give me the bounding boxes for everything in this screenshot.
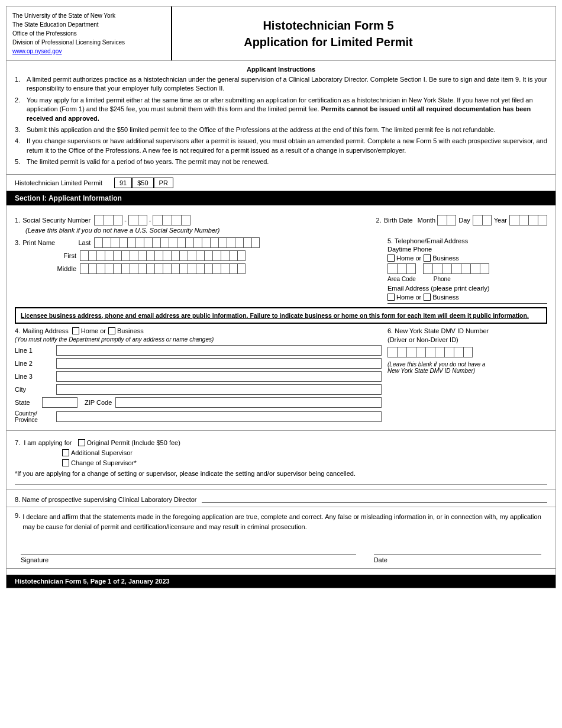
dmv-9[interactable] [463, 347, 473, 357]
ssn-box-8[interactable] [172, 215, 181, 226]
ln-20[interactable] [251, 237, 260, 248]
mn-4[interactable] [105, 263, 113, 274]
month-box-1[interactable] [437, 215, 447, 226]
city-input[interactable] [56, 384, 382, 395]
ln-17[interactable] [227, 237, 235, 248]
ssn-box-9[interactable] [181, 215, 190, 226]
date-line[interactable] [374, 543, 541, 555]
fn-4[interactable] [105, 250, 113, 261]
ph-5[interactable] [461, 263, 470, 274]
mn-15[interactable] [196, 263, 204, 274]
mailing-business-checkbox[interactable] [108, 327, 115, 334]
fn-16[interactable] [204, 250, 212, 261]
year-box-4[interactable] [538, 215, 547, 226]
dmv-1[interactable] [387, 347, 397, 357]
mn-17[interactable] [212, 263, 221, 274]
year-box-1[interactable] [509, 215, 519, 226]
fn-15[interactable] [196, 250, 204, 261]
mn-8[interactable] [138, 263, 146, 274]
ln-4[interactable] [119, 237, 127, 248]
mn-7[interactable] [130, 263, 138, 274]
month-box-2[interactable] [447, 215, 456, 226]
ph-2[interactable] [432, 263, 442, 274]
fn-18[interactable] [221, 250, 229, 261]
fn-12[interactable] [171, 250, 179, 261]
ln-10[interactable] [169, 237, 177, 248]
dmv-8[interactable] [454, 347, 463, 357]
dmv-5[interactable] [425, 347, 435, 357]
ssn-box-5[interactable] [138, 215, 147, 226]
day-box-2[interactable] [482, 215, 492, 226]
mn-14[interactable] [188, 263, 196, 274]
dmv-7[interactable] [444, 347, 454, 357]
email-home-checkbox[interactable] [387, 294, 395, 301]
ln-15[interactable] [210, 237, 218, 248]
ssn-box-7[interactable] [162, 215, 172, 226]
day-box-1[interactable] [473, 215, 482, 226]
fn-9[interactable] [146, 250, 154, 261]
ln-11[interactable] [177, 237, 185, 248]
ac-1[interactable] [387, 263, 397, 274]
fn-7[interactable] [130, 250, 138, 261]
home-checkbox[interactable] [387, 255, 395, 262]
ln-13[interactable] [193, 237, 202, 248]
mn-2[interactable] [88, 263, 96, 274]
year-box-2[interactable] [519, 215, 528, 226]
mn-5[interactable] [113, 263, 121, 274]
ac-3[interactable] [406, 263, 416, 274]
fn-14[interactable] [188, 250, 196, 261]
ssn-box-2[interactable] [104, 215, 113, 226]
mn-18[interactable] [221, 263, 229, 274]
ln-16[interactable] [218, 237, 227, 248]
ln-8[interactable] [152, 237, 160, 248]
mn-10[interactable] [154, 263, 163, 274]
ssn-box-1[interactable] [94, 215, 104, 226]
mn-11[interactable] [163, 263, 171, 274]
additional-supervisor-checkbox[interactable] [62, 449, 69, 456]
website-link[interactable]: www.op.nysed.gov [12, 48, 62, 54]
fn-1[interactable] [80, 250, 88, 261]
ssn-box-6[interactable] [153, 215, 162, 226]
ln-7[interactable] [144, 237, 152, 248]
line3-input[interactable] [56, 371, 382, 382]
ln-6[interactable] [135, 237, 144, 248]
fn-11[interactable] [163, 250, 171, 261]
fn-3[interactable] [96, 250, 105, 261]
item8-input[interactable] [202, 494, 547, 503]
ln-12[interactable] [185, 237, 193, 248]
dmv-3[interactable] [406, 347, 416, 357]
dmv-4[interactable] [416, 347, 425, 357]
fn-5[interactable] [113, 250, 121, 261]
ac-2[interactable] [397, 263, 406, 274]
ln-19[interactable] [243, 237, 251, 248]
dmv-2[interactable] [397, 347, 406, 357]
change-supervisor-checkbox[interactable] [62, 459, 69, 466]
mn-16[interactable] [204, 263, 212, 274]
ln-9[interactable] [160, 237, 169, 248]
ssn-box-3[interactable] [113, 215, 122, 226]
ln-14[interactable] [202, 237, 210, 248]
business-checkbox[interactable] [424, 255, 431, 262]
mn-1[interactable] [80, 263, 88, 274]
fn-17[interactable] [212, 250, 221, 261]
ph-4[interactable] [451, 263, 461, 274]
ln-2[interactable] [102, 237, 111, 248]
mn-9[interactable] [146, 263, 154, 274]
fn-10[interactable] [154, 250, 163, 261]
mailing-home-checkbox[interactable] [72, 327, 79, 334]
ssn-box-4[interactable] [128, 215, 138, 226]
fn-8[interactable] [138, 250, 146, 261]
email-business-checkbox[interactable] [424, 294, 431, 301]
ln-18[interactable] [235, 237, 243, 248]
ln-1[interactable] [94, 237, 102, 248]
country-input[interactable] [56, 411, 382, 422]
signature-line[interactable] [21, 543, 356, 555]
ln-3[interactable] [111, 237, 119, 248]
fn-6[interactable] [121, 250, 130, 261]
line2-input[interactable] [56, 358, 382, 369]
fn-19[interactable] [229, 250, 237, 261]
fn-20[interactable] [237, 250, 246, 261]
mn-20[interactable] [237, 263, 246, 274]
ph-1[interactable] [423, 263, 432, 274]
fn-13[interactable] [179, 250, 188, 261]
